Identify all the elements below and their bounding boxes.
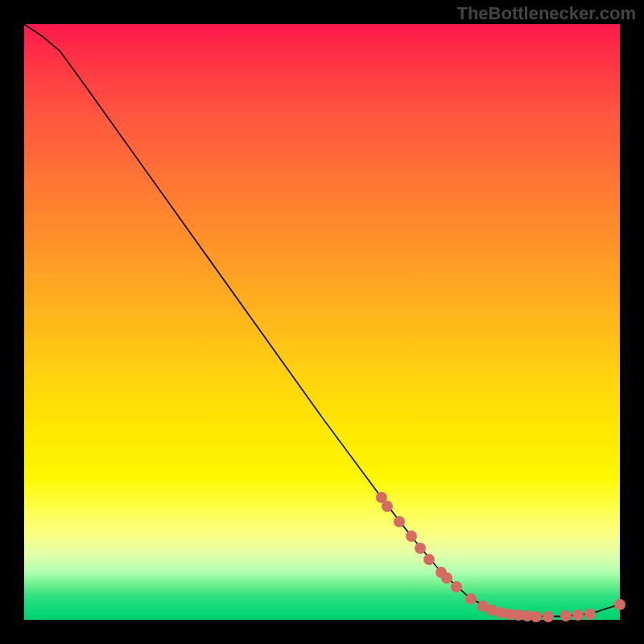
chart-point — [504, 609, 515, 620]
chart-point — [495, 607, 506, 618]
chart-point — [530, 611, 542, 622]
chart-point — [376, 492, 387, 503]
chart-point — [394, 516, 405, 527]
chart-point — [543, 611, 554, 622]
chart-point — [436, 567, 447, 578]
chart-point — [513, 609, 524, 621]
chart-point — [441, 572, 452, 584]
chart-point — [477, 601, 489, 612]
chart-point — [406, 530, 417, 542]
watermark-text: TheBottlenecker.com — [456, 3, 636, 24]
chart-point — [465, 593, 477, 605]
chart-point — [382, 501, 393, 512]
chart-point — [451, 581, 462, 592]
chart-point — [560, 610, 572, 621]
chart-point — [572, 609, 584, 621]
chart-point — [486, 605, 497, 616]
chart-point — [415, 543, 426, 554]
chart-point — [522, 610, 533, 621]
chart-point — [423, 554, 435, 565]
chart-points-layer — [24, 24, 620, 620]
chart-point — [584, 609, 596, 620]
chart-plot-area — [24, 24, 620, 620]
chart-curve — [24, 24, 620, 620]
chart-point — [614, 599, 625, 610]
